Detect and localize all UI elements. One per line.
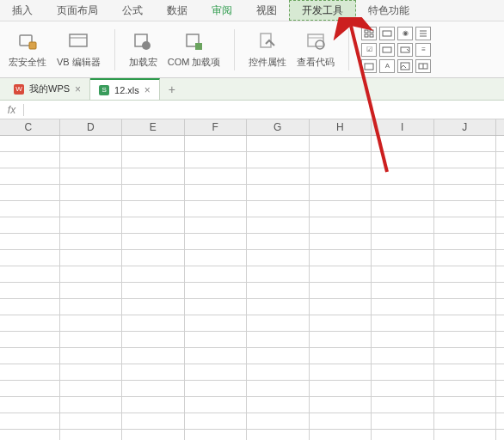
grid-cell[interactable] xyxy=(434,234,497,249)
grid-cell[interactable] xyxy=(185,201,248,217)
grid-cell[interactable] xyxy=(372,168,434,184)
menu-item-formulas[interactable]: 公式 xyxy=(110,0,155,21)
grid-cell[interactable] xyxy=(247,168,310,184)
grid-cell[interactable] xyxy=(122,152,185,168)
grid-cell[interactable] xyxy=(0,266,60,282)
grid-cell[interactable] xyxy=(434,381,497,396)
grid-cell[interactable] xyxy=(122,201,185,217)
grid-cell[interactable] xyxy=(496,299,504,315)
grid-cell[interactable] xyxy=(247,217,310,233)
grid-cell[interactable] xyxy=(247,299,310,315)
grid-cell[interactable] xyxy=(60,364,123,380)
grid-cell[interactable] xyxy=(122,185,185,200)
grid-cell[interactable] xyxy=(0,381,60,396)
grid-cell[interactable] xyxy=(496,185,504,200)
grid-cell[interactable] xyxy=(122,348,185,364)
grid-cell[interactable] xyxy=(122,266,185,282)
grid-cell[interactable] xyxy=(122,299,185,315)
grid-cell[interactable] xyxy=(310,185,372,200)
grid-cell[interactable] xyxy=(496,283,504,298)
grid-cell[interactable] xyxy=(496,168,504,184)
grid-cell[interactable] xyxy=(372,348,434,364)
grid-cell[interactable] xyxy=(0,185,60,200)
col-header-h[interactable]: H xyxy=(310,119,372,135)
grid-cell[interactable] xyxy=(310,381,372,396)
menu-item-special-features[interactable]: 特色功能 xyxy=(356,0,421,21)
grid-cell[interactable] xyxy=(310,430,372,440)
grid-cell[interactable] xyxy=(434,332,497,347)
grid-cell[interactable] xyxy=(372,152,434,168)
grid-cell[interactable] xyxy=(372,217,434,233)
control-checkbox-icon[interactable]: ☑ xyxy=(361,43,377,57)
grid-cell[interactable] xyxy=(310,364,372,380)
grid-cell[interactable] xyxy=(185,152,248,168)
grid-cell[interactable] xyxy=(247,430,310,440)
grid-cell[interactable] xyxy=(434,217,497,233)
control-textbox-icon[interactable] xyxy=(379,43,395,57)
grid-cell[interactable] xyxy=(310,283,372,298)
col-header-d[interactable]: D xyxy=(60,119,123,135)
grid-cell[interactable] xyxy=(122,413,185,429)
grid-cell[interactable] xyxy=(0,364,60,380)
grid-cell[interactable] xyxy=(310,299,372,315)
col-header-j[interactable]: J xyxy=(434,119,497,135)
grid-cell[interactable] xyxy=(0,250,60,266)
col-header-i[interactable]: I xyxy=(372,119,434,135)
grid-cell[interactable] xyxy=(496,201,504,217)
grid-cell[interactable] xyxy=(372,397,434,412)
grid-cell[interactable] xyxy=(122,381,185,396)
grid-cell[interactable] xyxy=(0,201,60,217)
grid-cell[interactable] xyxy=(0,397,60,412)
grid-cell[interactable] xyxy=(434,315,497,331)
grid-cell[interactable] xyxy=(185,315,248,331)
grid-cell[interactable] xyxy=(247,283,310,298)
grid-cell[interactable] xyxy=(60,332,123,347)
grid-cell[interactable] xyxy=(185,348,248,364)
col-header-g[interactable]: G xyxy=(247,119,310,135)
grid-cell[interactable] xyxy=(185,332,248,347)
grid-cell[interactable] xyxy=(185,299,248,315)
grid-cell[interactable] xyxy=(247,266,310,282)
menu-item-page-layout[interactable]: 页面布局 xyxy=(45,0,110,21)
grid-cell[interactable] xyxy=(185,381,248,396)
grid-cell[interactable] xyxy=(0,430,60,440)
control-image-icon[interactable] xyxy=(397,59,413,73)
grid-cell[interactable] xyxy=(122,217,185,233)
grid-cell[interactable] xyxy=(496,217,504,233)
grid-cell[interactable] xyxy=(434,201,497,217)
grid-cell[interactable] xyxy=(247,397,310,412)
grid-cell[interactable] xyxy=(247,381,310,396)
control-group-icon[interactable] xyxy=(361,27,377,40)
grid-cell[interactable] xyxy=(60,234,123,249)
col-header-next[interactable] xyxy=(496,119,504,135)
grid-cell[interactable] xyxy=(122,250,185,266)
menu-item-insert[interactable]: 插入 xyxy=(0,0,45,21)
grid-cell[interactable] xyxy=(247,364,310,380)
grid-cell[interactable] xyxy=(372,234,434,249)
grid-cell[interactable] xyxy=(185,397,248,412)
grid-cell[interactable] xyxy=(0,234,60,249)
grid-cell[interactable] xyxy=(434,168,497,184)
grid-cell[interactable] xyxy=(372,201,434,217)
grid-cell[interactable] xyxy=(122,364,185,380)
grid-cell[interactable] xyxy=(496,234,504,249)
grid-cell[interactable] xyxy=(185,234,248,249)
grid-cell[interactable] xyxy=(122,332,185,347)
add-tab-button[interactable]: + xyxy=(160,82,184,96)
grid-cell[interactable] xyxy=(310,266,372,282)
grid-cell[interactable] xyxy=(185,364,248,380)
control-spinner-icon[interactable]: ≡ xyxy=(415,43,431,57)
col-header-e[interactable]: E xyxy=(122,119,185,135)
grid-cell[interactable] xyxy=(434,397,497,412)
grid-cell[interactable] xyxy=(247,413,310,429)
grid-cell[interactable] xyxy=(372,299,434,315)
grid-cell[interactable] xyxy=(247,348,310,364)
grid-cell[interactable] xyxy=(372,315,434,331)
col-header-f[interactable]: F xyxy=(185,119,248,135)
load-macro-button[interactable]: 加载宏 xyxy=(124,27,163,72)
grid-cell[interactable] xyxy=(496,266,504,282)
grid-cell[interactable] xyxy=(372,266,434,282)
grid-cell[interactable] xyxy=(310,136,372,151)
grid-cell[interactable] xyxy=(310,201,372,217)
grid-cell[interactable] xyxy=(60,283,123,298)
